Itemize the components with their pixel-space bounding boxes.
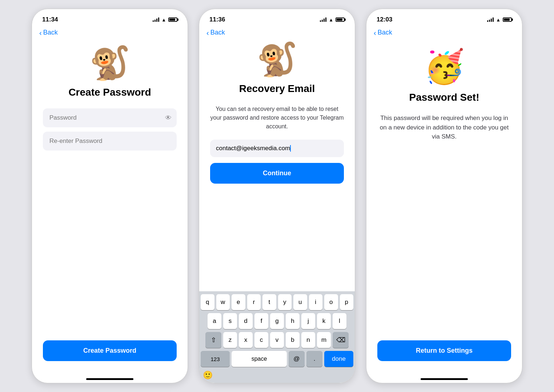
status-icons-1: ▲ [153,17,177,23]
key-x[interactable]: x [239,332,253,348]
wifi-icon-2: ▲ [329,17,333,23]
email-input-wrapper[interactable]: contact@igeeksmedia.com [210,140,344,157]
screen-3-content: 🥳 Password Set! This password will be re… [366,39,522,372]
shift-key[interactable]: ⇧ [205,332,221,348]
key-m[interactable]: m [317,332,331,348]
chevron-left-icon: ‹ [39,29,42,36]
back-label-3: Back [378,29,392,36]
back-button-1[interactable]: ‹ Back [39,29,180,36]
status-bar-1: 11:34 ▲ [32,9,188,27]
phone-1: 11:34 ▲ ‹ Back 🐒 Create Password 👁 [32,9,188,383]
emoji-key[interactable]: 🙂 [203,371,213,380]
nav-bar-1: ‹ Back [32,27,188,39]
back-label-2: Back [210,29,225,36]
key-n[interactable]: n [301,332,315,348]
signal-icon-2 [320,17,326,22]
home-indicator-3 [366,372,522,383]
back-button-3[interactable]: ‹ Back [374,29,515,36]
status-bar-3: 12:03 ▲ [366,9,522,27]
key-p[interactable]: p [340,294,354,310]
key-l[interactable]: l [333,313,346,329]
status-time-2: 11:36 [209,16,225,23]
key-u[interactable]: u [293,294,307,310]
screen-3-title: Password Set! [409,92,479,103]
keyboard-emoji-row: 🙂 [201,369,353,381]
continue-button[interactable]: Continue [210,163,344,184]
status-icons-3: ▲ [487,17,512,23]
chevron-left-icon-3: ‹ [374,29,376,36]
reenter-input-wrapper [43,132,177,151]
wifi-icon: ▲ [161,17,166,23]
signal-icon-3 [487,17,494,22]
battery-icon [168,17,177,22]
key-j[interactable]: j [301,313,315,329]
space-key[interactable]: space [232,351,287,367]
key-a[interactable]: a [208,313,221,329]
key-r[interactable]: r [247,294,261,310]
home-indicator-1 [32,372,188,383]
screen-1-content: 🐒 Create Password 👁 Create Password [32,39,188,372]
key-t[interactable]: t [262,294,276,310]
key-s[interactable]: s [223,313,237,329]
key-o[interactable]: o [324,294,338,310]
status-time-3: 12:03 [377,16,392,23]
battery-icon-2 [336,17,345,22]
email-value: contact@igeeksmedia.com [216,145,290,152]
password-input-wrapper: 👁 [43,108,177,127]
text-cursor [290,145,291,152]
keyboard-row-3: ⇧ z x c v b n m ⌫ [201,332,353,348]
key-q[interactable]: q [201,294,214,310]
delete-key[interactable]: ⌫ [333,332,349,348]
signal-icon [153,17,159,22]
key-d[interactable]: d [239,313,253,329]
key-c[interactable]: c [254,332,268,348]
monkey-emoji-2: 🐒 [257,43,297,76]
at-key[interactable]: @ [289,351,305,367]
success-description: This password will be required when you … [377,113,511,141]
monkey-emoji-1: 🐒 [89,47,130,79]
key-y[interactable]: y [278,294,292,310]
eye-slash-icon[interactable]: 👁 [165,114,172,122]
phone-3: 12:03 ▲ ‹ Back 🥳 Password Set! This pass… [366,9,522,383]
phone-2: 11:36 ▲ ‹ Back 🐒 Recovery Email You can … [199,9,355,383]
key-w[interactable]: w [216,294,230,310]
key-v[interactable]: v [270,332,284,348]
password-input[interactable] [43,108,177,127]
key-z[interactable]: z [223,332,237,348]
keyboard-bottom-row: 123 space @ . done [201,351,353,367]
key-i[interactable]: i [309,294,323,310]
dot-key[interactable]: . [306,351,322,367]
status-time-1: 11:34 [42,16,58,23]
screen-1-title: Create Password [68,87,151,98]
back-label-1: Back [43,29,58,36]
battery-icon-3 [503,17,512,22]
key-e[interactable]: e [232,294,245,310]
wifi-icon-3: ▲ [496,17,501,23]
nav-bar-2: ‹ Back [199,27,355,39]
key-k[interactable]: k [317,313,331,329]
return-to-settings-button[interactable]: Return to Settings [377,340,511,361]
keyboard: q w e r t y u i o p a s d f g h j k l ⇧ … [199,291,355,383]
screen-2-content: 🐒 Recovery Email You can set a recovery … [199,39,355,291]
key-b[interactable]: b [286,332,300,348]
key-f[interactable]: f [254,313,268,329]
back-button-2[interactable]: ‹ Back [206,29,348,36]
keyboard-row-2: a s d f g h j k l [201,313,353,329]
status-icons-2: ▲ [320,17,345,23]
screen-2-title: Recovery Email [239,83,315,95]
done-key[interactable]: done [324,351,353,367]
reenter-password-input[interactable] [43,132,177,151]
num-key[interactable]: 123 [201,351,230,367]
keyboard-row-1: q w e r t y u i o p [201,294,353,310]
party-emoji: 🥳 [424,50,465,83]
key-h[interactable]: h [286,313,300,329]
key-g[interactable]: g [270,313,284,329]
chevron-left-icon-2: ‹ [206,29,209,36]
create-password-button[interactable]: Create Password [43,340,177,361]
nav-bar-3: ‹ Back [366,27,522,39]
recovery-description: You can set a recovery email to be able … [210,105,344,131]
status-bar-2: 11:36 ▲ [199,9,355,27]
